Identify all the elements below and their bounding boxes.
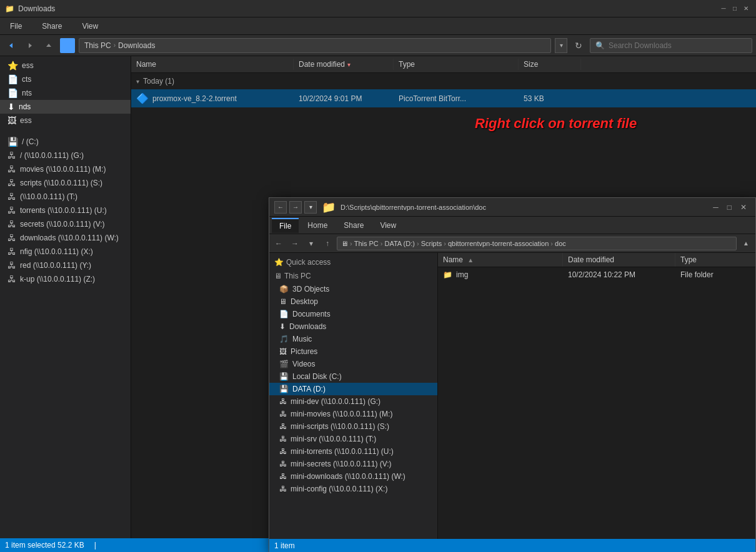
- sw-column-headers: Name ▲ Date modified Type: [438, 253, 755, 267]
- group-header-today[interactable]: ▾ Today (1): [131, 73, 756, 89]
- sidebar-item-local-c[interactable]: 💾 / (C:): [0, 135, 131, 149]
- path-part-downloads: Downloads: [118, 41, 155, 50]
- sw-sidebar-3dobjects[interactable]: 📦 3D Objects: [269, 283, 437, 295]
- sw-tab-file[interactable]: File: [272, 218, 299, 233]
- col-header-type[interactable]: Type: [394, 59, 519, 70]
- sw-maximize[interactable]: □: [724, 203, 735, 212]
- sw-nav-back[interactable]: ←: [272, 237, 286, 250]
- sw-sidebar-mini-torrents[interactable]: 🖧 mini-torrents (\\10.0.0.111) (U:): [269, 445, 437, 458]
- sw-sidebar-data-d[interactable]: 💾 DATA (D:): [269, 383, 437, 395]
- sw-col-name[interactable]: Name ▲: [438, 253, 563, 267]
- sw-path-bar[interactable]: 🖥 › This PC › DATA (D:) › Scripts › qbit…: [337, 237, 737, 250]
- sw-nav-forward[interactable]: →: [288, 237, 302, 250]
- sidebar-item-ess2[interactable]: 🖼 ess: [0, 114, 131, 127]
- sidebar-item-downloads[interactable]: ⬇ nds: [0, 100, 131, 114]
- sidebar: ⭐ ess 📄 cts 📄 nts ⬇ nds 🖼 ess 💾 / (C:) 🖧…: [0, 56, 131, 538]
- refresh-button[interactable]: ↻: [571, 38, 586, 53]
- title-bar-controls: ─ □ ✕: [719, 4, 751, 14]
- file-name-cell: 🔷 proxmox-ve_8.2-2.torrent: [131, 91, 294, 106]
- sw-tab-view[interactable]: View: [372, 219, 404, 232]
- address-dropdown[interactable]: ▾: [555, 38, 567, 53]
- sidebar-item-net-u[interactable]: 🖧 torrents (\\10.0.0.111) (U:): [0, 204, 131, 217]
- table-row[interactable]: 📁 img 10/2/2024 10:22 PM File folder: [438, 267, 755, 282]
- sidebar-item-net-y[interactable]: 🖧 red (\\10.0.0.111) (Y:): [0, 259, 131, 272]
- sw-sidebar-desktop[interactable]: 🖥 Desktop: [269, 295, 437, 308]
- sw-minimize[interactable]: ─: [709, 203, 722, 212]
- sidebar-item-net-m[interactable]: 🖧 movies (\\10.0.0.111) (M:): [0, 162, 131, 176]
- maximize-button[interactable]: □: [730, 4, 740, 14]
- sidebar-item-ess[interactable]: ⭐ ess: [0, 59, 131, 72]
- sw-sidebar-music[interactable]: 🎵 Music: [269, 333, 437, 345]
- sw-col-date[interactable]: Date modified: [563, 253, 675, 267]
- col-header-date[interactable]: Date modified ▾: [294, 59, 394, 70]
- sidebar-icon: ⭐: [7, 61, 18, 71]
- sw-sidebar-pictures[interactable]: 🖼 Pictures: [269, 345, 437, 358]
- sw-folder-icon: 📁: [322, 200, 336, 214]
- sidebar-item-net-z[interactable]: 🖧 k-up (\\10.0.0.111) (Z:): [0, 272, 131, 286]
- sw-sidebar-mini-srv[interactable]: 🖧 mini-srv (\\10.0.0.111) (T:): [269, 433, 437, 445]
- sw-col-type[interactable]: Type: [675, 253, 755, 267]
- sw-sidebar-mini-config[interactable]: 🖧 mini-config (\\10.0.0.111) (X:): [269, 483, 437, 495]
- ribbon-tab-file[interactable]: File: [5, 19, 27, 33]
- sw-title-bar: ← → ▾ 📁 D:\Scripts\qbittorrentvpn-torren…: [269, 198, 755, 217]
- sw-sidebar-mini-secrets[interactable]: 🖧 mini-secrets (\\10.0.0.111) (V:): [269, 458, 437, 470]
- sw-tab-share[interactable]: Share: [336, 219, 371, 232]
- forward-button[interactable]: [22, 38, 37, 53]
- sw-close[interactable]: ✕: [737, 203, 750, 212]
- search-box: 🔍: [590, 38, 752, 53]
- title-bar-left: 📁 Downloads: [5, 4, 55, 13]
- sidebar-item-net-w[interactable]: 🖧 downloads (\\10.0.0.111) (W:): [0, 231, 131, 245]
- sw-drive-icon: 💾: [279, 372, 289, 381]
- sw-net-icon: 🖧: [279, 397, 287, 406]
- sw-sidebar-local-c[interactable]: 💾 Local Disk (C:): [269, 370, 437, 383]
- sw-sort-arrow: ▲: [467, 257, 474, 264]
- sidebar-item-net-t[interactable]: 🖧 (\\10.0.0.111) (T:): [0, 190, 131, 204]
- group-arrow: ▾: [136, 78, 139, 85]
- sidebar-item-net-v[interactable]: 🖧 secrets (\\10.0.0.111) (V:): [0, 217, 131, 231]
- folder-icon: 📁: [5, 4, 14, 13]
- minimize-button[interactable]: ─: [719, 4, 729, 14]
- sw-path-pc: This PC: [354, 240, 379, 247]
- sw-status-bar: 1 item: [269, 539, 755, 552]
- sw-this-pc[interactable]: 🖥 This PC: [269, 269, 437, 283]
- sw-downloads-icon: ⬇: [279, 322, 286, 331]
- close-button[interactable]: ✕: [741, 4, 751, 14]
- sw-path-up-arrow[interactable]: ▲: [739, 237, 753, 250]
- sw-nav-dropdown[interactable]: ▾: [304, 237, 318, 250]
- sw-sidebar-mini-scripts[interactable]: 🖧 mini-scripts (\\10.0.0.111) (S:): [269, 420, 437, 433]
- search-input[interactable]: [609, 41, 747, 50]
- sw-forward-btn[interactable]: →: [289, 201, 302, 214]
- col-header-size[interactable]: Size: [519, 59, 581, 70]
- sw-sidebar-videos[interactable]: 🎬 Videos: [269, 358, 437, 370]
- network-icon: 🖧: [7, 192, 16, 202]
- sidebar-item-net-x[interactable]: 🖧 nfig (\\10.0.0.111) (X:): [0, 245, 131, 259]
- sidebar-item-nts[interactable]: 📄 nts: [0, 86, 131, 100]
- sw-sidebar-mini-movies[interactable]: 🖧 mini-movies (\\10.0.0.111) (M:): [269, 408, 437, 420]
- svg-marker-0: [9, 43, 12, 48]
- sw-music-icon: 🎵: [279, 335, 289, 343]
- sw-net-icon5: 🖧: [279, 447, 287, 456]
- sw-nav-up[interactable]: ↑: [321, 237, 334, 250]
- network-icon: 🖧: [7, 164, 16, 174]
- sw-sidebar-mini-dev[interactable]: 🖧 mini-dev (\\10.0.0.111) (G:): [269, 395, 437, 408]
- window-title: Downloads: [18, 4, 55, 13]
- table-row[interactable]: 🔷 proxmox-ve_8.2-2.torrent 10/2/2024 9:0…: [131, 89, 756, 107]
- sw-sidebar-documents[interactable]: 📄 Documents: [269, 308, 437, 320]
- sidebar-item-net-s[interactable]: 🖧 scripts (\\10.0.0.111) (S:): [0, 176, 131, 190]
- back-button[interactable]: [4, 38, 19, 53]
- address-path[interactable]: This PC › Downloads: [79, 38, 551, 53]
- sidebar-item-net-g[interactable]: 🖧 / (\\10.0.0.111) (G:): [0, 149, 131, 162]
- sw-back-btn[interactable]: ←: [274, 201, 287, 214]
- sw-sidebar-mini-downloads[interactable]: 🖧 mini-downloads (\\10.0.0.111) (W:): [269, 470, 437, 483]
- sw-sidebar-downloads[interactable]: ⬇ Downloads: [269, 320, 437, 333]
- sw-quick-access[interactable]: ⭐ Quick access: [269, 255, 437, 269]
- up-button[interactable]: [41, 38, 56, 53]
- ribbon-tab-share[interactable]: Share: [37, 19, 67, 33]
- sw-tab-home[interactable]: Home: [300, 219, 335, 232]
- sw-recent-btn[interactable]: ▾: [304, 201, 317, 214]
- svg-marker-3: [64, 42, 71, 49]
- col-header-name[interactable]: Name: [131, 59, 294, 70]
- ribbon-tab-view[interactable]: View: [77, 19, 103, 33]
- sidebar-item-cts[interactable]: 📄 cts: [0, 72, 131, 86]
- sw-net-icon4: 🖧: [279, 435, 287, 443]
